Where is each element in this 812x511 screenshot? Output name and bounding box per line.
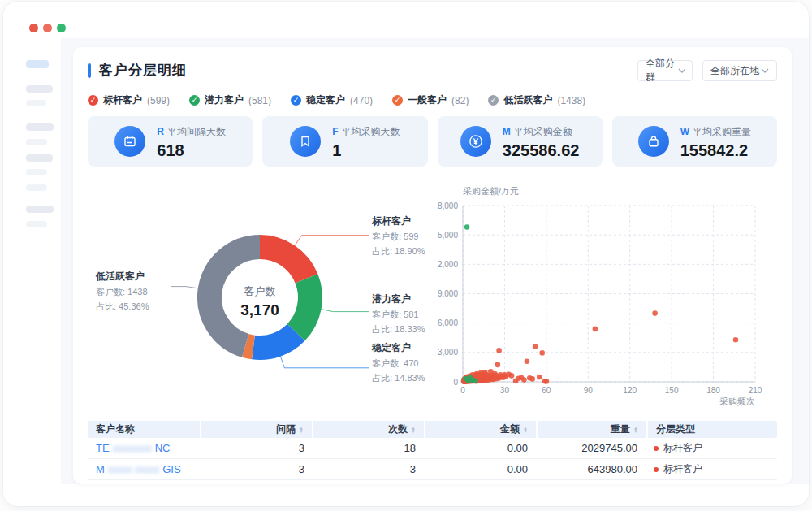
svg-text:90: 90 xyxy=(584,386,594,395)
weight-cell: 2029745.00 xyxy=(536,442,646,454)
donut-center-label: 客户数 3,170 xyxy=(211,284,309,319)
content-panel: 客户分层明细 全部分群 全部所在地 ✓ 标杆客户 (599) xyxy=(61,38,809,484)
tier-cell: 标杆客户 xyxy=(646,441,775,455)
sidebar-item xyxy=(26,154,53,162)
column-header-weight[interactable]: 重量▲▼ xyxy=(538,421,646,438)
table-row[interactable]: Mxxxxx xxxxxGIS 3 3 0.00 643980.00 标杆客户 xyxy=(88,459,777,480)
stat-value: 325586.62 xyxy=(503,141,580,160)
legend-item-benchmark[interactable]: ✓ 标杆客户 (599) xyxy=(88,93,170,107)
page-title: 客户分层明细 xyxy=(99,61,187,80)
sort-icon[interactable]: ▲▼ xyxy=(633,427,638,433)
stat-cards: R平均间隔天数 618 F平均采购天数 1 xyxy=(88,116,777,167)
stat-value: 618 xyxy=(157,141,226,160)
check-icon: ✓ xyxy=(488,95,499,106)
stat-label: 平均采购金额 xyxy=(514,126,572,137)
check-icon: ✓ xyxy=(392,95,403,106)
svg-text:采购频次: 采购频次 xyxy=(719,396,755,406)
stat-letter: M xyxy=(503,126,511,137)
stat-label: 平均采购天数 xyxy=(342,126,400,137)
stat-card-weight: W平均采购重量 155842.2 xyxy=(612,116,777,167)
stat-label: 平均采购重量 xyxy=(693,126,751,137)
scatter-chart: 03,0006,0009,00012,00015,00018,000030609… xyxy=(438,184,771,415)
app-window: 客户分层明细 全部分群 全部所在地 ✓ 标杆客户 (599) xyxy=(3,2,809,506)
legend-count: (470) xyxy=(350,95,373,106)
name-suffix: NC xyxy=(155,442,171,454)
sidebar-item xyxy=(26,221,47,227)
legend-count: (581) xyxy=(248,95,271,106)
legend-item-general[interactable]: ✓ 一般客户 (82) xyxy=(392,93,469,107)
svg-text:150: 150 xyxy=(665,386,679,395)
check-icon: ✓ xyxy=(189,95,200,106)
weight-cell: 643980.00 xyxy=(536,463,646,475)
sidebar-item xyxy=(26,100,46,106)
tier-cell: 标杆客户 xyxy=(646,462,775,476)
legend-label: 潜力客户 xyxy=(205,93,244,107)
callout-count: 客户数: 1438 xyxy=(96,286,187,298)
interval-cell: 3 xyxy=(201,442,313,454)
legend-count: (82) xyxy=(451,95,469,106)
svg-text:15,000: 15,000 xyxy=(438,231,458,240)
stat-letter: R xyxy=(157,126,164,137)
interval-cell: 3 xyxy=(201,463,313,475)
svg-text:180: 180 xyxy=(706,386,720,395)
sidebar-item xyxy=(26,139,47,145)
svg-text:60: 60 xyxy=(542,386,551,395)
callout-title: 低活跃客户 xyxy=(96,270,187,284)
stat-card-recency: R平均间隔天数 618 xyxy=(88,116,253,167)
sort-icon[interactable]: ▲▼ xyxy=(523,427,528,433)
table-row[interactable]: TExxxxxxxxNC 3 18 0.00 2029745.00 标杆客户 xyxy=(88,438,777,459)
svg-text:0: 0 xyxy=(453,378,458,387)
maximize-window-icon[interactable] xyxy=(57,24,66,32)
sidebar-item xyxy=(26,206,54,213)
legend-label: 一般客户 xyxy=(408,93,447,107)
chevron-down-icon xyxy=(678,68,685,73)
column-header-tier: 分层类型 xyxy=(648,421,777,438)
dashboard-card: 客户分层明细 全部分群 全部所在地 ✓ 标杆客户 (599) xyxy=(73,47,792,484)
sort-icon[interactable]: ▲▼ xyxy=(411,427,416,433)
column-header-amount[interactable]: 金额▲▼ xyxy=(425,421,536,438)
svg-text:12,000: 12,000 xyxy=(438,260,458,269)
table-header-row: 客户名称 间隔▲▼ 次数▲▼ 金额▲▼ 重量▲▼ 分层类型 xyxy=(88,421,777,438)
name-prefix: TE xyxy=(96,442,110,454)
legend-item-potential[interactable]: ✓ 潜力客户 (581) xyxy=(189,93,271,107)
sort-icon[interactable]: ▲▼ xyxy=(299,427,304,433)
name-suffix: GIS xyxy=(162,463,180,475)
scatter-chart-area: 03,0006,0009,00012,00015,00018,000030609… xyxy=(438,184,771,418)
segment-filter-label: 全部分群 xyxy=(646,57,678,84)
callout-pct: 占比: 45.36% xyxy=(96,301,187,313)
stat-card-monetary: M平均采购金额 325586.62 xyxy=(438,116,603,167)
tier-label: 标杆客户 xyxy=(663,463,702,474)
tier-label: 标杆客户 xyxy=(663,442,702,453)
yuan-icon xyxy=(460,126,491,157)
sidebar-item-active xyxy=(26,60,49,68)
legend-label: 稳定客户 xyxy=(306,93,345,107)
legend-item-stable[interactable]: ✓ 稳定客户 (470) xyxy=(291,93,373,107)
times-cell: 18 xyxy=(313,442,424,454)
customer-name-link[interactable]: Mxxxxx xxxxxGIS xyxy=(88,463,201,475)
customer-table: 客户名称 间隔▲▼ 次数▲▼ 金额▲▼ 重量▲▼ 分层类型 TExxxxxxxx… xyxy=(88,421,777,480)
legend-item-inactive[interactable]: ✓ 低活跃客户 (1438) xyxy=(488,93,585,107)
sidebar-item xyxy=(26,169,47,175)
minimize-window-icon[interactable] xyxy=(43,24,52,32)
svg-text:采购金额/万元: 采购金额/万元 xyxy=(463,186,519,196)
column-header-interval[interactable]: 间隔▲▼ xyxy=(201,421,312,438)
column-header-times[interactable]: 次数▲▼ xyxy=(313,421,424,438)
chevron-down-icon xyxy=(761,68,769,73)
stat-letter: W xyxy=(680,126,689,137)
svg-text:3,000: 3,000 xyxy=(438,348,458,357)
sidebar-item xyxy=(26,123,54,131)
segment-filter-dropdown[interactable]: 全部分群 xyxy=(637,60,693,81)
screen: 客户分层明细 全部分群 全部所在地 ✓ 标杆客户 (599) xyxy=(0,0,812,511)
location-filter-dropdown[interactable]: 全部所在地 xyxy=(702,60,777,81)
times-cell: 3 xyxy=(313,463,424,475)
calendar-icon xyxy=(114,126,145,157)
stat-label: 平均间隔天数 xyxy=(167,126,226,137)
location-filter-label: 全部所在地 xyxy=(710,64,759,78)
tier-dot-icon xyxy=(654,467,659,472)
stat-letter: F xyxy=(332,126,338,137)
customer-name-link[interactable]: TExxxxxxxxNC xyxy=(88,442,201,454)
stat-value: 1 xyxy=(332,141,400,160)
legend-label: 标杆客户 xyxy=(103,93,142,107)
close-window-icon[interactable] xyxy=(29,24,38,32)
donut-center-title: 客户数 xyxy=(211,284,309,299)
